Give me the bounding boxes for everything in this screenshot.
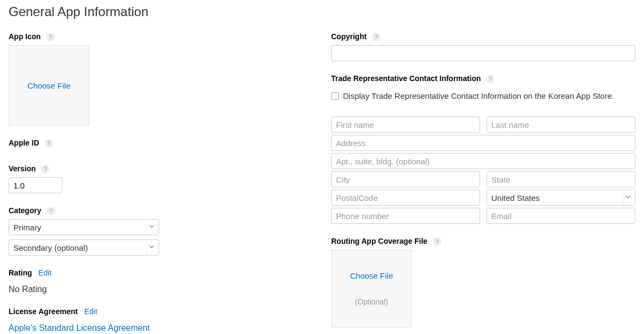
rating-edit-link[interactable]: Edit — [39, 268, 52, 277]
routing-label: Routing App Coverage File — [331, 237, 427, 245]
city-input[interactable] — [331, 171, 480, 187]
trade-rep-label: Trade Representative Contact Information — [331, 74, 481, 83]
email-input[interactable] — [486, 208, 635, 224]
help-icon[interactable]: ? — [433, 237, 441, 246]
rating-group: Rating Edit No Rating — [9, 268, 299, 294]
app-icon-group: App Icon ? Choose File — [9, 32, 299, 126]
category-label: Category — [9, 206, 41, 215]
rating-label: Rating — [9, 268, 32, 277]
license-label: License Agreement — [9, 307, 78, 316]
routing-file-dropzone[interactable]: Choose File (Optional) — [331, 250, 412, 328]
trade-rep-group: Trade Representative Contact Information… — [331, 74, 635, 224]
help-icon[interactable]: ? — [46, 33, 55, 41]
first-name-input[interactable] — [331, 117, 480, 133]
trade-rep-inputs: United States — [331, 117, 635, 224]
rating-value: No Rating — [9, 285, 299, 294]
apple-id-group: Apple ID ? — [9, 139, 299, 151]
optional-label: (Optional) — [355, 297, 388, 306]
choose-file-link: Choose File — [350, 271, 393, 280]
primary-category-value: Primary — [13, 223, 41, 232]
version-label: Version — [9, 164, 36, 173]
category-group: Category ? Primary Secondary (optional) — [9, 206, 299, 256]
chevron-down-icon — [147, 240, 156, 255]
help-icon[interactable]: ? — [41, 165, 49, 173]
chevron-down-icon — [623, 190, 633, 205]
copyright-group: Copyright ? — [331, 32, 635, 61]
primary-category-select[interactable]: Primary — [9, 219, 159, 235]
copyright-label: Copyright — [331, 32, 367, 41]
country-select[interactable]: United States — [486, 190, 635, 206]
country-value: United States — [491, 193, 540, 202]
apt-input[interactable] — [331, 153, 635, 169]
help-icon[interactable]: ? — [372, 33, 381, 41]
state-input[interactable] — [486, 171, 635, 187]
version-input[interactable] — [9, 177, 62, 193]
last-name-input[interactable] — [486, 117, 635, 133]
license-group: License Agreement Edit Apple's Standard … — [9, 307, 299, 333]
license-value-link[interactable]: Apple's Standard License Agreement — [9, 323, 299, 333]
apple-id-label: Apple ID — [9, 139, 39, 147]
secondary-category-value: Secondary (optional) — [13, 243, 88, 252]
help-icon[interactable]: ? — [45, 139, 53, 148]
korean-store-checkbox[interactable] — [331, 92, 339, 100]
routing-group: Routing App Coverage File ? Choose File … — [331, 237, 635, 328]
app-icon-label: App Icon — [9, 32, 41, 41]
app-icon-dropzone[interactable]: Choose File — [9, 45, 89, 126]
help-icon[interactable]: ? — [486, 75, 495, 83]
korean-store-checkbox-label: Display Trade Representative Contact Inf… — [343, 91, 614, 100]
address-input[interactable] — [331, 135, 635, 151]
choose-file-link: Choose File — [27, 81, 70, 90]
right-column: Copyright ? Trade Representative Contact… — [331, 32, 635, 334]
version-group: Version ? — [9, 164, 299, 193]
postal-code-input[interactable] — [331, 190, 480, 206]
page-title: General App Information — [9, 0, 635, 32]
chevron-down-icon — [147, 220, 156, 235]
secondary-category-select[interactable]: Secondary (optional) — [9, 239, 159, 256]
license-edit-link[interactable]: Edit — [84, 307, 97, 316]
help-icon[interactable]: ? — [47, 207, 55, 215]
left-column: App Icon ? Choose File Apple ID ? Versio… — [9, 32, 299, 334]
form-columns: App Icon ? Choose File Apple ID ? Versio… — [9, 32, 635, 334]
copyright-input[interactable] — [331, 45, 635, 61]
phone-input[interactable] — [331, 208, 480, 224]
